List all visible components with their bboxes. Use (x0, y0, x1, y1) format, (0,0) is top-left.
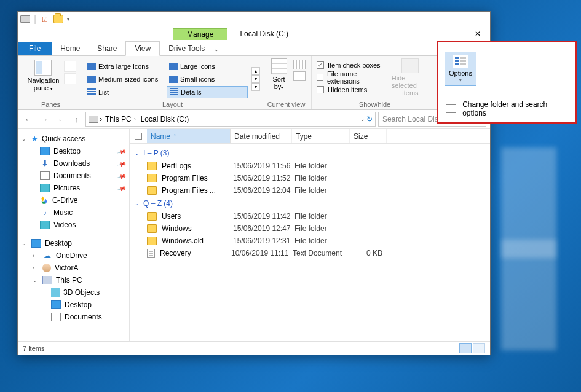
sidebar-music[interactable]: ♪Music (18, 206, 129, 219)
thumbnails-view-toggle[interactable] (473, 343, 485, 353)
address-dropdown-icon[interactable]: ⌄ (360, 116, 365, 122)
details-view-toggle[interactable] (459, 343, 472, 353)
sidebar-desktop[interactable]: Desktop📌 (18, 145, 129, 157)
maximize-button[interactable]: ☐ (441, 26, 465, 41)
sidebar-3d-objects[interactable]: 3D Objects (18, 286, 129, 299)
navigation-pane-icon (34, 60, 52, 76)
item-date: 15/06/2019 11:52 (233, 174, 294, 182)
sidebar-desktop-pc[interactable]: Desktop (18, 299, 129, 311)
preview-pane-button[interactable] (64, 61, 76, 72)
layout-large[interactable]: Large icons (167, 60, 248, 73)
file-name-extensions[interactable]: File name extensions (317, 72, 385, 83)
address-bar[interactable]: › This PC› Local Disk (C:) ⌄ ↻ (85, 112, 376, 127)
layout-medium[interactable]: Medium-sized icons (85, 73, 166, 85)
home-tab[interactable]: Home (52, 42, 89, 55)
sidebar-onedrive[interactable]: ›☁OneDrive (18, 249, 129, 262)
layout-extra-large[interactable]: Extra large icons (85, 60, 166, 73)
column-date[interactable]: Date modified (231, 129, 292, 143)
group-header[interactable]: ⌄Q – Z (4) (130, 197, 490, 210)
sidebar-documents[interactable]: Documents📌 (18, 170, 129, 182)
sort-by-button[interactable]: Sort by▾ (267, 58, 291, 90)
layout-list[interactable]: List (85, 86, 166, 98)
window-title: Local Disk (C:) (227, 29, 416, 38)
layout-small[interactable]: Small icons (167, 73, 248, 85)
breadcrumb-drive[interactable]: Local Disk (C:) (139, 115, 191, 123)
list-item[interactable]: Users15/06/2019 11:42File folder (130, 210, 490, 222)
group-header[interactable]: ⌄I – P (3) (130, 146, 490, 160)
up-button[interactable]: ↑ (69, 112, 83, 126)
list-item[interactable]: Recovery10/06/2019 11:11Text Document0 K… (130, 247, 490, 259)
sidebar-downloads[interactable]: ⬇Downloads📌 (18, 157, 129, 170)
explorer-window: | ☑ ▾ Manage Local Disk (C:) ─ ☐ ✕ File … (17, 11, 491, 355)
change-folder-options-item[interactable]: Change folder and search options (438, 95, 575, 122)
sidebar-gdrive[interactable]: G-Drive (18, 194, 129, 206)
drive-icon (20, 14, 30, 24)
add-columns-button[interactable] (293, 60, 306, 69)
layout-expand[interactable]: ▾ (251, 83, 260, 91)
folder-icon (147, 162, 157, 170)
item-type: File folder (294, 174, 352, 182)
column-type[interactable]: Type (292, 129, 350, 143)
qat-folder-icon[interactable] (53, 14, 63, 24)
minimize-button[interactable]: ─ (416, 26, 441, 41)
share-tab[interactable]: Share (89, 42, 125, 55)
sidebar-quick-access[interactable]: ⌄★Quick access (18, 133, 129, 145)
folder-icon (147, 212, 157, 221)
options-button[interactable]: Options ▾ (445, 52, 476, 86)
layout-details[interactable]: Details (167, 86, 248, 98)
sidebar-videos[interactable]: Videos (18, 219, 129, 231)
list-item[interactable]: Windows.old15/06/2019 12:31File folder (130, 235, 490, 247)
avatar-icon (42, 264, 51, 272)
column-name[interactable]: Name⌃ (147, 129, 231, 143)
hidden-items[interactable]: Hidden items (317, 84, 385, 95)
hide-icon (401, 58, 419, 73)
back-button[interactable]: ← (22, 112, 35, 126)
list-item[interactable]: Program Files15/06/2019 11:52File folder (130, 172, 490, 184)
view-tab[interactable]: View (125, 41, 160, 56)
drive-tools-tab[interactable]: Drive Tools (160, 42, 213, 55)
list-item[interactable]: Windows15/06/2019 12:47File folder (130, 222, 490, 235)
qat-dropdown-icon[interactable]: ▾ (67, 17, 69, 22)
qat-checkbox-icon[interactable]: ☑ (40, 14, 50, 24)
forward-button[interactable]: → (38, 112, 51, 126)
recent-locations-button[interactable]: ⌄ (53, 112, 67, 126)
sidebar-this-pc[interactable]: ⌄This PC (18, 274, 129, 286)
breadcrumb-this-pc[interactable]: This PC› (103, 115, 138, 123)
refresh-button[interactable]: ↻ (366, 115, 373, 123)
folder-icon (147, 224, 157, 233)
item-name: PerfLogs (162, 162, 233, 170)
chevron-right-icon[interactable]: › (100, 115, 102, 123)
file-icon (147, 249, 155, 258)
item-type: File folder (294, 186, 352, 195)
pin-icon: 📌 (117, 183, 127, 193)
details-pane-button[interactable] (64, 73, 76, 84)
file-tab[interactable]: File (18, 42, 52, 55)
item-name: Users (162, 212, 233, 221)
sidebar: ⌄★Quick access Desktop📌 ⬇Downloads📌 Docu… (18, 129, 130, 341)
item-name: Recovery (160, 249, 231, 257)
manage-context-tab[interactable]: Manage (173, 28, 227, 40)
navigation-pane-button[interactable]: Navigation pane ▾ (25, 58, 62, 93)
select-all-checkbox[interactable] (135, 133, 142, 140)
collapse-ribbon-icon[interactable]: ⌃ (213, 49, 218, 55)
pin-icon: 📌 (117, 146, 127, 156)
options-icon (453, 55, 468, 68)
sidebar-pictures[interactable]: Pictures📌 (18, 182, 129, 194)
layout-scroll-down[interactable]: ▾ (251, 75, 260, 83)
hide-selected-button[interactable]: Hide selected items (388, 58, 433, 96)
list-item[interactable]: PerfLogs15/06/2019 11:56File folder (130, 160, 490, 172)
panes-group-label: Panes (41, 100, 60, 108)
list-item[interactable]: Program Files ...15/06/2019 12:04File fo… (130, 184, 490, 197)
sidebar-documents-pc[interactable]: Documents (18, 311, 129, 323)
column-size[interactable]: Size (350, 129, 387, 143)
sidebar-user[interactable]: ›VictorA (18, 262, 129, 274)
close-button[interactable]: ✕ (465, 26, 490, 41)
item-check-boxes[interactable]: ✓Item check boxes (317, 60, 385, 71)
sidebar-desktop-section[interactable]: ⌄Desktop (18, 237, 129, 249)
item-type: File folder (294, 212, 352, 221)
layout-scroll-up[interactable]: ▴ (251, 67, 260, 75)
item-type: File folder (294, 224, 352, 233)
item-name: Program Files ... (162, 186, 233, 195)
item-date: 15/06/2019 11:42 (233, 212, 294, 221)
size-columns-button[interactable] (293, 71, 306, 81)
